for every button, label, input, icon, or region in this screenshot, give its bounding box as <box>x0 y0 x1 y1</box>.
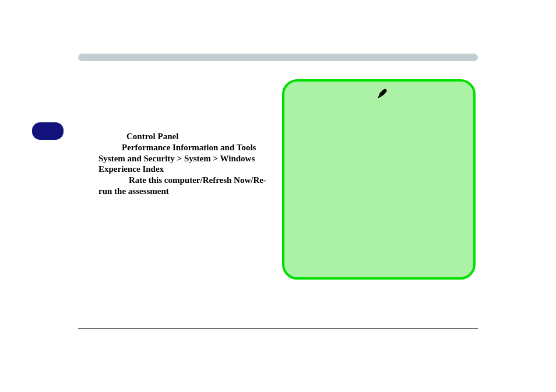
section-marker-pill <box>32 122 64 140</box>
path-performance-info-tools: Performance Information and Tools <box>122 143 256 152</box>
pen-icon <box>377 89 388 99</box>
path-control-panel: Control Panel <box>126 132 178 141</box>
bottom-divider-rule <box>78 328 478 329</box>
path-rate-refresh-rerun: Rate this computer/Refresh Now/Re-run th… <box>98 175 266 196</box>
path-system-security-windows-experience-index: System and Security > System > Windows E… <box>98 154 255 174</box>
note-box <box>282 79 476 280</box>
top-divider-bar <box>78 54 478 61</box>
navigation-instructions: Control Panel Performance Information an… <box>98 131 271 197</box>
